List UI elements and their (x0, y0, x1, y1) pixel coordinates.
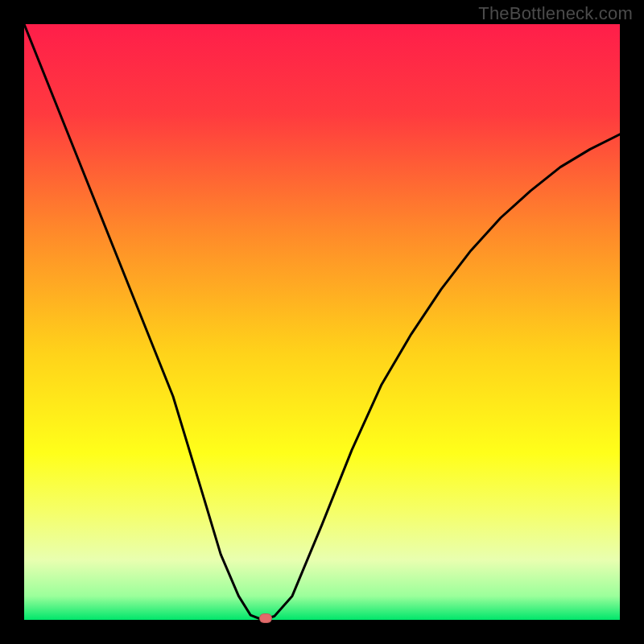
optimum-marker (259, 613, 272, 623)
chart-svg (24, 24, 620, 620)
watermark-text: TheBottleneck.com (478, 3, 633, 24)
gradient-background (24, 24, 620, 620)
chart-frame: TheBottleneck.com (0, 0, 644, 644)
plot-area (24, 24, 620, 620)
